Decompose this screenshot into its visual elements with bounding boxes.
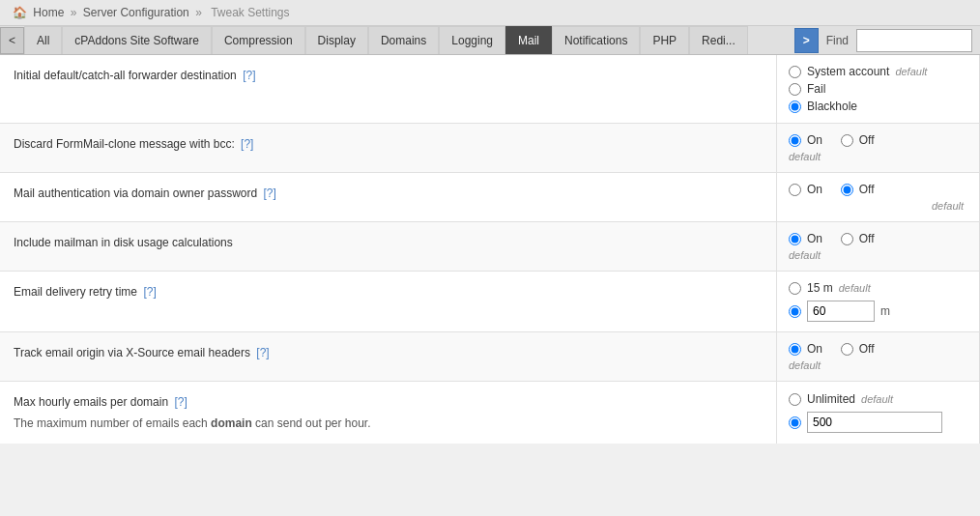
- setting-row-xsource: Track email origin via X-Source email he…: [0, 332, 979, 382]
- setting-label-maxemail: Max hourly emails per domain [?] The max…: [0, 382, 776, 444]
- settings-table: Initial default/catch-all forwarder dest…: [0, 55, 980, 444]
- radio-fail-label[interactable]: Fail: [807, 82, 825, 96]
- setting-label-mailman: Include mailman in disk usage calculatio…: [0, 222, 776, 271]
- breadcrumb-sep2: »: [195, 6, 202, 19]
- tab-compression[interactable]: Compression: [212, 26, 305, 54]
- tab-domains[interactable]: Domains: [368, 26, 439, 54]
- help-forwarder[interactable]: [?]: [243, 69, 255, 82]
- xsource-default: default: [789, 359, 967, 371]
- find-label: Find: [822, 34, 852, 47]
- formmail-default: default: [789, 151, 967, 162]
- radio-formmail-on-row: On Off: [789, 133, 967, 147]
- help-retry[interactable]: [?]: [143, 285, 156, 299]
- radio-maxemail-unlimited[interactable]: [789, 393, 801, 406]
- radio-xsource-off[interactable]: [841, 343, 853, 356]
- tab-display[interactable]: Display: [305, 26, 368, 54]
- setting-row-formmail: Discard FormMail-clone message with bcc:…: [0, 124, 979, 173]
- radio-formmail-on[interactable]: [789, 134, 801, 147]
- setting-row-mailauth: Mail authentication via domain owner pas…: [0, 173, 979, 222]
- breadcrumb: 🏠 Home » Server Configuration » Tweak Se…: [0, 0, 980, 26]
- radio-retry-custom[interactable]: [789, 305, 801, 318]
- radio-xsource-off-label[interactable]: Off: [859, 342, 875, 356]
- setting-row-retry: Email delivery retry time [?] 15 m defau…: [0, 272, 979, 332]
- radio-formmail-off-label[interactable]: Off: [859, 133, 875, 147]
- radio-blackhole-row: Blackhole: [789, 100, 967, 113]
- setting-control-xsource: On Off default: [776, 332, 979, 381]
- home-icon: 🏠: [13, 6, 27, 19]
- retry-value-input[interactable]: [807, 301, 875, 322]
- radio-fail[interactable]: [789, 83, 801, 96]
- radio-fail-row: Fail: [789, 82, 967, 96]
- tab-mail[interactable]: Mail: [505, 26, 552, 54]
- breadcrumb-current: Tweak Settings: [211, 6, 289, 19]
- setting-control-forwarder: System account default Fail Blackhole: [776, 55, 979, 123]
- setting-label-forwarder: Initial default/catch-all forwarder dest…: [0, 55, 776, 123]
- radio-formmail-on-label[interactable]: On: [807, 133, 822, 147]
- tab-php[interactable]: PHP: [640, 26, 689, 54]
- setting-label-retry: Email delivery retry time [?]: [0, 272, 776, 331]
- radio-retry-default-label[interactable]: 15 m: [807, 281, 833, 295]
- radio-retry-default[interactable]: [789, 282, 801, 295]
- radio-mailauth-on[interactable]: [789, 184, 801, 196]
- radio-maxemail-unlimited-label[interactable]: Unlimited: [807, 392, 855, 406]
- radio-mailauth-off[interactable]: [841, 184, 853, 196]
- setting-row-forwarder: Initial default/catch-all forwarder dest…: [0, 55, 979, 124]
- radio-mailauth-off-label[interactable]: Off: [859, 183, 875, 196]
- setting-control-formmail: On Off default: [776, 124, 979, 172]
- tab-next-button[interactable]: >: [794, 28, 819, 53]
- radio-mailman-on-row: On Off: [789, 232, 967, 245]
- tab-redi[interactable]: Redi...: [689, 26, 748, 54]
- tab-notifications[interactable]: Notifications: [552, 26, 640, 54]
- radio-blackhole-label[interactable]: Blackhole: [807, 100, 857, 113]
- setting-control-mailman: On Off default: [776, 222, 979, 271]
- mailman-default: default: [789, 249, 967, 261]
- mailauth-default: default: [932, 200, 964, 212]
- radio-xsource-on-label[interactable]: On: [807, 342, 822, 356]
- radio-xsource-on[interactable]: [789, 343, 801, 356]
- tab-prev-button[interactable]: <: [0, 27, 24, 54]
- tab-logging[interactable]: Logging: [439, 26, 505, 54]
- radio-formmail-off[interactable]: [841, 134, 853, 147]
- maxemail-input-row: [789, 412, 967, 433]
- radio-maxemail-unlimited-row: Unlimited default: [789, 392, 967, 406]
- retry-unit: m: [880, 304, 890, 318]
- setting-row-mailman: Include mailman in disk usage calculatio…: [0, 222, 979, 272]
- breadcrumb-server-config[interactable]: Server Configuration: [83, 6, 189, 19]
- help-xsource[interactable]: [?]: [256, 346, 269, 359]
- forwarder-system-default: default: [895, 66, 927, 77]
- radio-system-account-label[interactable]: System account: [807, 65, 889, 78]
- breadcrumb-sep1: »: [71, 6, 77, 19]
- tab-all[interactable]: All: [24, 26, 62, 54]
- setting-control-maxemail: Unlimited default: [776, 382, 979, 444]
- help-mailauth[interactable]: [?]: [263, 186, 275, 200]
- radio-mailman-on[interactable]: [789, 233, 801, 245]
- radio-blackhole[interactable]: [789, 100, 801, 113]
- help-formmail[interactable]: [?]: [241, 137, 253, 151]
- radio-mailman-off-label[interactable]: Off: [859, 232, 875, 245]
- setting-control-mailauth: On Off default: [776, 173, 979, 221]
- radio-mailauth-on-row: On Off: [789, 183, 967, 196]
- maxemail-subtext: The maximum number of emails each domain…: [14, 415, 763, 432]
- radio-mailman-on-label[interactable]: On: [807, 232, 822, 245]
- setting-label-formmail: Discard FormMail-clone message with bcc:…: [0, 124, 776, 172]
- retry-default-text: default: [839, 282, 871, 294]
- maxemail-default-text: default: [861, 393, 893, 405]
- tab-cpaddons[interactable]: cPAddons Site Software: [62, 26, 212, 54]
- maxemail-value-input[interactable]: [807, 412, 942, 433]
- radio-mailman-off[interactable]: [841, 233, 853, 245]
- retry-input-row: m: [789, 301, 967, 322]
- setting-control-retry: 15 m default m: [776, 272, 979, 331]
- radio-maxemail-custom[interactable]: [789, 416, 801, 429]
- breadcrumb-home[interactable]: Home: [33, 6, 64, 19]
- help-maxemail[interactable]: [?]: [174, 395, 187, 409]
- radio-system-account[interactable]: [789, 66, 801, 78]
- main-content: Initial default/catch-all forwarder dest…: [0, 55, 980, 444]
- setting-row-maxemail: Max hourly emails per domain [?] The max…: [0, 382, 979, 444]
- setting-label-xsource: Track email origin via X-Source email he…: [0, 332, 776, 381]
- tab-bar: < All cPAddons Site Software Compression…: [0, 26, 980, 55]
- find-input[interactable]: [856, 29, 972, 52]
- setting-label-mailauth: Mail authentication via domain owner pas…: [0, 173, 776, 221]
- radio-xsource-on-row: On Off: [789, 342, 967, 356]
- radio-mailauth-on-label[interactable]: On: [807, 183, 822, 196]
- radio-system-account-row: System account default: [789, 65, 967, 78]
